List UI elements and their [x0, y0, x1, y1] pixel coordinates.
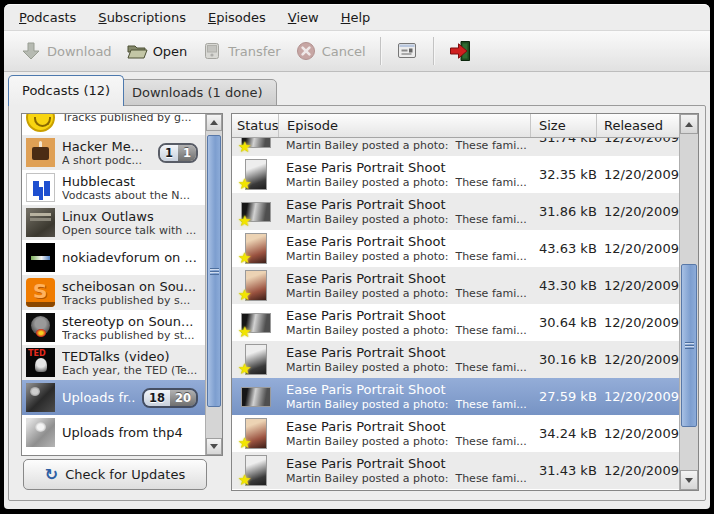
episode-text: Ease Paris Portrait Shoot Martin Bailey … — [279, 345, 531, 374]
episode-subtitle: Martin Bailey posted a photo: These fami… — [286, 287, 531, 300]
podcast-text: Uploads from thp4 — [62, 425, 201, 440]
episode-text: Ease Paris Portrait Shoot Martin Bailey … — [279, 382, 531, 411]
arrow-down-icon — [685, 478, 693, 483]
podcast-list-item[interactable]: nokiadevforum on ... — [22, 240, 205, 275]
episode-title: Ease Paris Portrait Shoot — [286, 382, 531, 398]
podcast-list-item[interactable]: Uploads from thp4 — [22, 415, 205, 450]
column-header-status[interactable]: Status — [232, 114, 279, 137]
episode-list-content: Status Episode Size Released ★ Ease Pari… — [232, 114, 679, 490]
menu-subscriptions[interactable]: Subscriptions — [87, 7, 197, 28]
tab-downloads[interactable]: Downloads (1 done) — [118, 79, 277, 106]
episode-size: 34.24 kB — [531, 426, 597, 441]
column-header-size[interactable]: Size — [531, 114, 597, 137]
episode-title: Ease Paris Portrait Shoot — [286, 456, 531, 472]
podcast-list-item[interactable]: stereotyp on Soun... Tracks published by… — [22, 310, 205, 345]
download-icon — [20, 40, 42, 62]
podcast-text: Hacker Me... A short podc... — [62, 139, 151, 167]
episode-size: 27.59 kB — [531, 389, 597, 404]
podcast-cover-icon — [26, 383, 55, 412]
new-episode-star-icon: ★ — [238, 362, 251, 377]
menu-help[interactable]: Help — [330, 7, 382, 28]
episode-size: 32.35 kB — [531, 167, 597, 182]
episode-text: Ease Paris Portrait Shoot Martin Bailey … — [279, 419, 531, 448]
podcast-list-item[interactable]: Linux Outlaws Open source talk with ... — [22, 205, 205, 240]
episode-subtitle: Martin Bailey posted a photo: These fami… — [286, 324, 531, 337]
episode-row[interactable]: ★ Ease Paris Portrait Shoot Martin Baile… — [232, 341, 679, 378]
episode-row[interactable]: ★ Ease Paris Portrait Shoot Martin Baile… — [232, 267, 679, 304]
preferences-button[interactable] — [388, 34, 426, 68]
podcast-title: Uploads from thp4 — [62, 425, 201, 440]
preferences-dialog-icon — [395, 39, 419, 63]
episode-row[interactable]: ★ Ease Paris Portrait Shoot Martin Baile… — [232, 452, 679, 489]
podcast-list-item[interactable]: scheibosan on Sou... Tracks published by… — [22, 275, 205, 310]
podcast-text: Uploads fr... — [62, 390, 135, 405]
scroll-up-button[interactable] — [680, 114, 698, 134]
podcast-list-item[interactable]: TEDTalks (video) Each year, the TED (Te.… — [22, 345, 205, 380]
episode-row[interactable]: ★ Ease Paris Portrait Shoot Martin Baile… — [232, 415, 679, 452]
episode-text: Ease Paris Portrait Shoot Martin Bailey … — [279, 197, 531, 226]
scrollbar-thumb[interactable] — [681, 264, 697, 427]
new-episode-star-icon: ★ — [238, 288, 251, 303]
podcast-title: Uploads fr... — [62, 390, 135, 405]
podcast-title: scheibosan on Sou... — [62, 279, 201, 294]
podcast-subtitle: A short podc... — [62, 154, 151, 167]
episode-subtitle: Martin Bailey posted a photo: These fami… — [286, 435, 531, 448]
episode-text: Ease Paris Portrait Shoot Martin Bailey … — [279, 308, 531, 337]
quit-button[interactable] — [441, 34, 479, 68]
transfer-button[interactable]: Transfer — [194, 34, 287, 68]
episode-title: Ease Paris Portrait Shoot — [286, 271, 531, 287]
scroll-down-button[interactable] — [206, 438, 222, 455]
podcast-list-scrollbar[interactable] — [205, 114, 222, 455]
episode-row[interactable]: ★ Ease Paris Portrait Shoot Martin Baile… — [232, 156, 679, 193]
episode-row[interactable]: ★ Ease Paris Portrait Shoot Martin Baile… — [232, 138, 679, 156]
check-for-updates-button[interactable]: ↻ Check for Updates — [23, 459, 207, 490]
podcast-list-item[interactable]: Tracks published by g... — [22, 114, 205, 135]
episode-thumbnail — [241, 387, 271, 407]
scrollbar-thumb[interactable] — [207, 135, 221, 407]
episode-row[interactable]: ★ Ease Paris Portrait Shoot Martin Baile… — [232, 304, 679, 341]
menu-view[interactable]: View — [277, 7, 330, 28]
episode-released-date: 12/20/2009 — [597, 352, 679, 367]
new-episode-star-icon: ★ — [238, 214, 251, 229]
episode-text: Ease Paris Portrait Shoot Martin Bailey … — [279, 234, 531, 263]
download-button[interactable]: Download — [13, 34, 119, 68]
episode-list-header: Status Episode Size Released — [232, 114, 679, 138]
podcast-cover-icon — [26, 173, 55, 202]
cancel-button[interactable]: Cancel — [288, 34, 373, 68]
episode-row[interactable]: ★ Ease Paris Portrait Shoot Martin Baile… — [232, 230, 679, 267]
episode-subtitle: Martin Bailey posted a photo: These fami… — [286, 361, 531, 374]
badge-downloaded-count: 1 — [160, 145, 178, 161]
episode-row[interactable]: Ease Paris Portrait Shoot Martin Bailey … — [232, 378, 679, 415]
episode-size: 31.86 kB — [531, 204, 597, 219]
episode-title: Ease Paris Portrait Shoot — [286, 234, 531, 250]
scroll-down-button[interactable] — [680, 470, 698, 490]
podcast-subtitle: Open source talk with ... — [62, 224, 201, 237]
podcast-subtitle: Each year, the TED (Te... — [62, 364, 201, 377]
episode-status-cell: ★ — [232, 452, 279, 489]
arrow-up-icon — [210, 120, 218, 125]
badge-new-count: 20 — [170, 390, 196, 406]
column-header-episode[interactable]: Episode — [279, 114, 531, 137]
episode-status-cell: ★ — [232, 156, 279, 193]
menu-podcasts[interactable]: Podcasts — [8, 7, 87, 28]
episode-subtitle: Martin Bailey posted a photo: These fami… — [286, 398, 531, 411]
transfer-label: Transfer — [228, 44, 280, 59]
episode-title: Ease Paris Portrait Shoot — [286, 197, 531, 213]
episode-list-scrollbar[interactable] — [679, 114, 698, 490]
episode-status-cell: ★ — [232, 341, 279, 378]
podcast-list-item[interactable]: Uploads fr... 18 20 — [22, 380, 205, 415]
scroll-up-button[interactable] — [206, 114, 222, 131]
open-button[interactable]: Open — [119, 34, 195, 68]
episode-released-date: 12/20/2009 — [597, 138, 679, 145]
toolbar: Download Open — [4, 30, 710, 72]
episode-row[interactable]: ★ Ease Paris Portrait Shoot Martin Baile… — [232, 193, 679, 230]
podcast-list-item[interactable]: Hacker Me... A short podc... 1 1 — [22, 135, 205, 170]
check-for-updates-label: Check for Updates — [65, 467, 185, 482]
menu-episodes[interactable]: Episodes — [197, 7, 277, 28]
menu-label: View — [288, 10, 319, 25]
column-header-released[interactable]: Released — [597, 114, 679, 137]
menu-label: Podcasts — [19, 10, 76, 25]
podcast-list-item[interactable]: Hubblecast Vodcasts about the N... — [22, 170, 205, 205]
episode-status-cell — [232, 378, 279, 415]
tab-podcasts[interactable]: Podcasts (12) — [8, 75, 124, 106]
